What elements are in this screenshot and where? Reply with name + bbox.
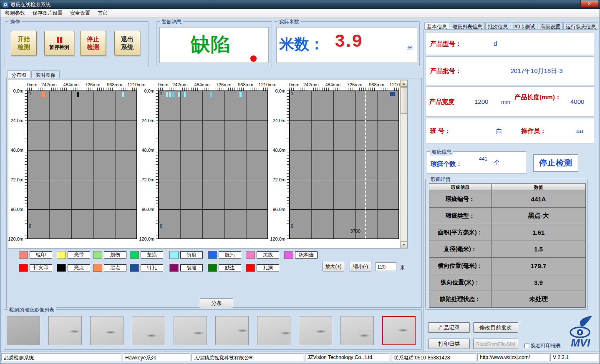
panel-body: 0.0m24.0m48.0m72.0m96.0m120.0m10 <box>10 90 138 246</box>
defect-mark[interactable] <box>390 92 395 96</box>
defect-detail-value: 1.5 <box>492 241 586 258</box>
defect-detail-label: 横向位置(毫米)： <box>429 258 492 274</box>
scroll-thumb[interactable] <box>401 87 407 114</box>
range-length-input[interactable] <box>376 262 396 271</box>
meter-count-label: 米数： <box>279 34 324 55</box>
x-axis-tick-label: 242mm <box>303 82 319 87</box>
defect-table-header-cell: 瑕疵信息 <box>429 183 492 191</box>
defect-mark[interactable] <box>178 92 180 97</box>
defect-mark[interactable] <box>77 92 79 97</box>
chart-scrollbar[interactable]: ▲ ▼ <box>400 80 407 248</box>
window-title: 瑕疵在线检测系统 <box>10 1 50 8</box>
defect-detail-label: 瑕疵编号： <box>429 191 492 208</box>
stop-detection-large-button[interactable]: 停止检测 <box>533 154 578 172</box>
defect-count-unit: 个 <box>494 159 500 166</box>
x-axis-tick-label: 0mm <box>158 82 168 87</box>
defect-thumbnail[interactable] <box>257 316 290 345</box>
y-axis-ruler: 0.0m24.0m48.0m72.0m96.0m120.0m <box>141 90 156 246</box>
x-axis-tick-label: 242mm <box>41 82 57 87</box>
split-strips-button[interactable]: 分条 <box>200 298 233 308</box>
product-model-row: 产品型号： d <box>426 32 594 55</box>
roll-change-print-checkbox[interactable]: 换卷打印报表 <box>524 342 561 349</box>
x-axis-tick-label: 726mm <box>347 82 363 87</box>
defect-detail-label: 瑕疵类型： <box>429 208 492 224</box>
y-axis-tick-label: 48.0m <box>10 148 23 153</box>
defect-mark[interactable] <box>172 92 174 97</box>
legend-color-swatch <box>246 264 255 272</box>
menu-item[interactable]: 其它 <box>94 8 111 18</box>
legend-color-swatch <box>246 251 255 259</box>
product-width-value: 1200 <box>474 98 488 105</box>
read-from-file-button: ReadFromFile-SIM <box>473 339 518 349</box>
y-axis-tick-label: 72.0m <box>272 177 285 182</box>
defect-thumbnail[interactable] <box>132 316 165 345</box>
x-axis-ticks <box>289 88 399 90</box>
defect-mark[interactable] <box>184 92 186 97</box>
y-axis-tick-label: 120.0m <box>8 236 23 241</box>
defect-mark[interactable] <box>122 92 124 97</box>
legend-label: 针孔 <box>141 264 163 271</box>
distribution-panel-3: 0mm242mm484mm726mm968mm1210mm0.0m24.0m48… <box>272 81 400 246</box>
app-icon <box>3 2 8 8</box>
defect-mark[interactable] <box>166 92 168 97</box>
product-size-row: 产品宽度 1200 mm 产品长度(mm)： 4000 <box>426 86 594 117</box>
defect-detail-value: 黑点-大 <box>492 208 586 224</box>
defect-mark[interactable] <box>42 92 45 97</box>
legend-label: 孔洞 <box>257 264 279 271</box>
status-segment: 联系电话:0510-85381428 <box>391 353 476 361</box>
defect-detail-value: 179.7 <box>492 258 586 274</box>
defect-smudge <box>146 334 157 337</box>
defect-thumbnail[interactable] <box>48 316 82 345</box>
modify-batch-button[interactable]: 修改目前批次 <box>473 322 518 333</box>
legend-color-swatch <box>169 264 179 272</box>
start-detection-button[interactable]: 开始 检测 <box>11 31 37 56</box>
y-axis-tick-label: 48.0m <box>272 148 285 153</box>
defect-thumbnail[interactable] <box>215 316 249 345</box>
y-axis-tick-label: 0.0m <box>275 88 285 93</box>
defect-detail-row: 缺陷处理状态：未处理 <box>429 291 586 308</box>
product-record-button[interactable]: 产品记录 <box>428 322 470 333</box>
defect-thumbnail[interactable] <box>340 316 374 345</box>
y-axis-ruler: 0.0m24.0m48.0m72.0m96.0m120.0m <box>272 90 287 246</box>
menu-item[interactable]: 安全设置 <box>66 8 94 18</box>
legend-color-swatch <box>57 251 66 259</box>
close-button[interactable]: ✕ <box>580 0 598 8</box>
defect-smudge <box>315 330 327 333</box>
pause-detection-button[interactable]: 暂停检测 <box>44 31 74 56</box>
operator-label: 操作员： <box>521 127 546 135</box>
menu-item[interactable]: 检测参数 <box>1 8 29 18</box>
meter-count-value: 3.9 <box>335 31 363 51</box>
logo-swoosh <box>580 316 592 326</box>
operation-group: 操作 开始 检测 暂停检测 停止 检测 退出 系统 <box>5 21 149 67</box>
defect-thumbnail[interactable] <box>174 316 207 345</box>
defect-smudge <box>69 330 81 333</box>
defect-thumbnail[interactable] <box>90 316 124 345</box>
legend-label: 缺边 <box>219 264 241 271</box>
defect-mark[interactable] <box>210 92 212 97</box>
scroll-up-button[interactable]: ▲ <box>401 80 407 87</box>
legend-color-swatch <box>19 264 28 272</box>
print-classify-button[interactable]: 打印归类 <box>428 339 470 349</box>
defect-mark[interactable] <box>169 92 171 97</box>
distribution-panel-2: 0mm242mm484mm726mm968mm1210mm0.0m24.0m48… <box>141 81 269 246</box>
x-axis-ruler: 0mm242mm484mm726mm968mm1210mm <box>272 81 400 90</box>
legend-color-swatch <box>284 251 293 259</box>
defect-thumbnail[interactable] <box>7 316 40 345</box>
menu-item[interactable]: 保存图片设置 <box>29 8 66 18</box>
defect-thumbnail[interactable] <box>299 316 332 345</box>
defect-thumbnail[interactable] <box>382 316 416 345</box>
defect-detail-row: 纵向位置(米)：3.9 <box>429 274 586 291</box>
range-unit-label: 米 <box>400 264 405 271</box>
defect-grid: 10 <box>158 90 268 239</box>
warning-message: 缺陷 <box>191 32 231 58</box>
meter-display: 米数： 3.9 米 <box>276 27 417 63</box>
stop-detection-button[interactable]: 停止 检测 <box>80 31 106 56</box>
defect-info-group: 瑕疵信息 瑕疵个数： 441 个 <box>426 151 527 174</box>
zoom-in-button[interactable]: 放大(+) <box>323 262 344 271</box>
zoom-out-button[interactable]: 缩小(-) <box>350 262 371 271</box>
defect-mark[interactable] <box>239 92 242 97</box>
scroll-down-button[interactable]: ▼ <box>401 241 407 248</box>
exit-system-button[interactable]: 退出 系统 <box>114 31 140 56</box>
grid-counter-label: 0 <box>29 223 31 228</box>
checkbox-box[interactable] <box>524 344 529 348</box>
